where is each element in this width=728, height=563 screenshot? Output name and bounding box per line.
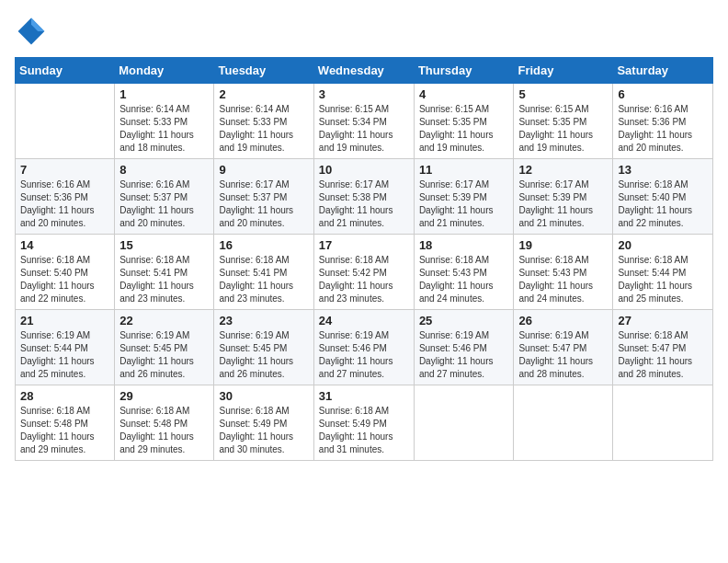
day-number: 10 <box>319 163 409 177</box>
day-info: Sunrise: 6:18 AMSunset: 5:49 PMDaylight:… <box>219 405 308 456</box>
logo <box>15 15 51 48</box>
calendar-cell: 8Sunrise: 6:16 AMSunset: 5:37 PMDaylight… <box>115 159 214 235</box>
day-info: Sunrise: 6:18 AMSunset: 5:48 PMDaylight:… <box>119 405 209 456</box>
calendar-cell: 21Sunrise: 6:19 AMSunset: 5:44 PMDayligh… <box>16 310 115 385</box>
calendar-cell: 22Sunrise: 6:19 AMSunset: 5:45 PMDayligh… <box>115 310 214 385</box>
calendar-cell: 14Sunrise: 6:18 AMSunset: 5:40 PMDayligh… <box>16 235 115 310</box>
header-day-wednesday: Wednesday <box>313 58 414 84</box>
calendar-cell: 6Sunrise: 6:16 AMSunset: 5:36 PMDaylight… <box>613 84 713 159</box>
calendar-cell: 30Sunrise: 6:18 AMSunset: 5:49 PMDayligh… <box>214 385 313 461</box>
day-info: Sunrise: 6:17 AMSunset: 5:37 PMDaylight:… <box>219 178 308 230</box>
day-info: Sunrise: 6:18 AMSunset: 5:44 PMDaylight:… <box>618 254 708 305</box>
calendar-cell: 7Sunrise: 6:16 AMSunset: 5:36 PMDaylight… <box>16 159 115 235</box>
day-number: 26 <box>518 314 608 327</box>
day-number: 27 <box>618 314 708 327</box>
day-number: 29 <box>119 389 209 403</box>
day-number: 17 <box>319 238 409 252</box>
calendar-cell: 20Sunrise: 6:18 AMSunset: 5:44 PMDayligh… <box>613 235 713 310</box>
calendar-cell: 28Sunrise: 6:18 AMSunset: 5:48 PMDayligh… <box>16 385 115 461</box>
day-info: Sunrise: 6:16 AMSunset: 5:36 PMDaylight:… <box>20 178 109 230</box>
day-number: 12 <box>518 163 608 177</box>
day-info: Sunrise: 6:18 AMSunset: 5:43 PMDaylight:… <box>419 254 509 305</box>
header-day-saturday: Saturday <box>613 58 713 84</box>
calendar-week-row: 21Sunrise: 6:19 AMSunset: 5:44 PMDayligh… <box>16 310 713 385</box>
calendar-cell: 12Sunrise: 6:17 AMSunset: 5:39 PMDayligh… <box>514 159 613 235</box>
day-info: Sunrise: 6:19 AMSunset: 5:47 PMDaylight:… <box>518 329 608 381</box>
calendar-cell: 19Sunrise: 6:18 AMSunset: 5:43 PMDayligh… <box>514 235 613 310</box>
calendar-cell: 4Sunrise: 6:15 AMSunset: 5:35 PMDaylight… <box>414 84 514 159</box>
calendar-cell: 18Sunrise: 6:18 AMSunset: 5:43 PMDayligh… <box>414 235 514 310</box>
day-number: 9 <box>219 163 308 177</box>
day-number: 13 <box>618 163 708 177</box>
day-info: Sunrise: 6:19 AMSunset: 5:45 PMDaylight:… <box>119 329 209 381</box>
calendar-cell: 24Sunrise: 6:19 AMSunset: 5:46 PMDayligh… <box>313 310 414 385</box>
day-info: Sunrise: 6:18 AMSunset: 5:43 PMDaylight:… <box>518 254 608 305</box>
day-info: Sunrise: 6:18 AMSunset: 5:42 PMDaylight:… <box>319 254 409 305</box>
calendar-week-row: 1Sunrise: 6:14 AMSunset: 5:33 PMDaylight… <box>16 84 713 159</box>
calendar-cell <box>16 84 115 159</box>
calendar-cell: 27Sunrise: 6:18 AMSunset: 5:47 PMDayligh… <box>613 310 713 385</box>
calendar-cell: 2Sunrise: 6:14 AMSunset: 5:33 PMDaylight… <box>214 84 313 159</box>
day-info: Sunrise: 6:18 AMSunset: 5:41 PMDaylight:… <box>119 254 209 305</box>
day-info: Sunrise: 6:15 AMSunset: 5:35 PMDaylight:… <box>419 103 509 155</box>
day-info: Sunrise: 6:16 AMSunset: 5:37 PMDaylight:… <box>119 178 209 230</box>
day-info: Sunrise: 6:18 AMSunset: 5:40 PMDaylight:… <box>618 178 708 230</box>
day-number: 5 <box>518 87 608 101</box>
day-info: Sunrise: 6:15 AMSunset: 5:34 PMDaylight:… <box>319 103 409 155</box>
day-number: 23 <box>219 314 308 327</box>
day-number: 20 <box>618 238 708 252</box>
day-info: Sunrise: 6:14 AMSunset: 5:33 PMDaylight:… <box>119 103 209 155</box>
day-number: 25 <box>419 314 509 327</box>
calendar-cell: 17Sunrise: 6:18 AMSunset: 5:42 PMDayligh… <box>313 235 414 310</box>
calendar-cell: 16Sunrise: 6:18 AMSunset: 5:41 PMDayligh… <box>214 235 313 310</box>
header-day-friday: Friday <box>514 58 613 84</box>
day-info: Sunrise: 6:17 AMSunset: 5:39 PMDaylight:… <box>518 178 608 230</box>
day-info: Sunrise: 6:18 AMSunset: 5:47 PMDaylight:… <box>618 329 708 381</box>
day-info: Sunrise: 6:14 AMSunset: 5:33 PMDaylight:… <box>219 103 308 155</box>
day-info: Sunrise: 6:19 AMSunset: 5:44 PMDaylight:… <box>20 329 109 381</box>
day-info: Sunrise: 6:18 AMSunset: 5:41 PMDaylight:… <box>219 254 308 305</box>
day-number: 18 <box>419 238 509 252</box>
day-number: 1 <box>119 87 209 101</box>
day-info: Sunrise: 6:19 AMSunset: 5:46 PMDaylight:… <box>319 329 409 381</box>
day-info: Sunrise: 6:17 AMSunset: 5:39 PMDaylight:… <box>419 178 509 230</box>
day-number: 15 <box>119 238 209 252</box>
calendar-week-row: 28Sunrise: 6:18 AMSunset: 5:48 PMDayligh… <box>16 385 713 461</box>
day-number: 4 <box>419 87 509 101</box>
calendar-table: SundayMondayTuesdayWednesdayThursdayFrid… <box>15 57 713 461</box>
header-day-sunday: Sunday <box>16 58 115 84</box>
day-number: 22 <box>119 314 209 327</box>
calendar-cell <box>613 385 713 461</box>
calendar-cell: 11Sunrise: 6:17 AMSunset: 5:39 PMDayligh… <box>414 159 514 235</box>
day-number: 3 <box>319 87 409 101</box>
day-number: 11 <box>419 163 509 177</box>
calendar-cell: 29Sunrise: 6:18 AMSunset: 5:48 PMDayligh… <box>115 385 214 461</box>
day-number: 28 <box>20 389 109 403</box>
day-number: 8 <box>119 163 209 177</box>
day-number: 19 <box>518 238 608 252</box>
calendar-cell <box>514 385 613 461</box>
header-day-monday: Monday <box>115 58 214 84</box>
day-info: Sunrise: 6:18 AMSunset: 5:40 PMDaylight:… <box>20 254 109 305</box>
calendar-cell: 3Sunrise: 6:15 AMSunset: 5:34 PMDaylight… <box>313 84 414 159</box>
header-day-thursday: Thursday <box>414 58 514 84</box>
day-number: 14 <box>20 238 109 252</box>
day-info: Sunrise: 6:17 AMSunset: 5:38 PMDaylight:… <box>319 178 409 230</box>
day-info: Sunrise: 6:15 AMSunset: 5:35 PMDaylight:… <box>518 103 608 155</box>
day-number: 24 <box>319 314 409 327</box>
day-number: 16 <box>219 238 308 252</box>
header-day-tuesday: Tuesday <box>214 58 313 84</box>
calendar-cell: 5Sunrise: 6:15 AMSunset: 5:35 PMDaylight… <box>514 84 613 159</box>
calendar-cell: 23Sunrise: 6:19 AMSunset: 5:45 PMDayligh… <box>214 310 313 385</box>
logo-icon <box>15 15 48 48</box>
calendar-cell: 1Sunrise: 6:14 AMSunset: 5:33 PMDaylight… <box>115 84 214 159</box>
day-number: 30 <box>219 389 308 403</box>
day-number: 7 <box>20 163 109 177</box>
calendar-header-row: SundayMondayTuesdayWednesdayThursdayFrid… <box>16 58 713 84</box>
calendar-cell: 13Sunrise: 6:18 AMSunset: 5:40 PMDayligh… <box>613 159 713 235</box>
day-info: Sunrise: 6:16 AMSunset: 5:36 PMDaylight:… <box>618 103 708 155</box>
calendar-week-row: 7Sunrise: 6:16 AMSunset: 5:36 PMDaylight… <box>16 159 713 235</box>
day-info: Sunrise: 6:19 AMSunset: 5:46 PMDaylight:… <box>419 329 509 381</box>
calendar-cell: 31Sunrise: 6:18 AMSunset: 5:49 PMDayligh… <box>313 385 414 461</box>
calendar-cell: 26Sunrise: 6:19 AMSunset: 5:47 PMDayligh… <box>514 310 613 385</box>
